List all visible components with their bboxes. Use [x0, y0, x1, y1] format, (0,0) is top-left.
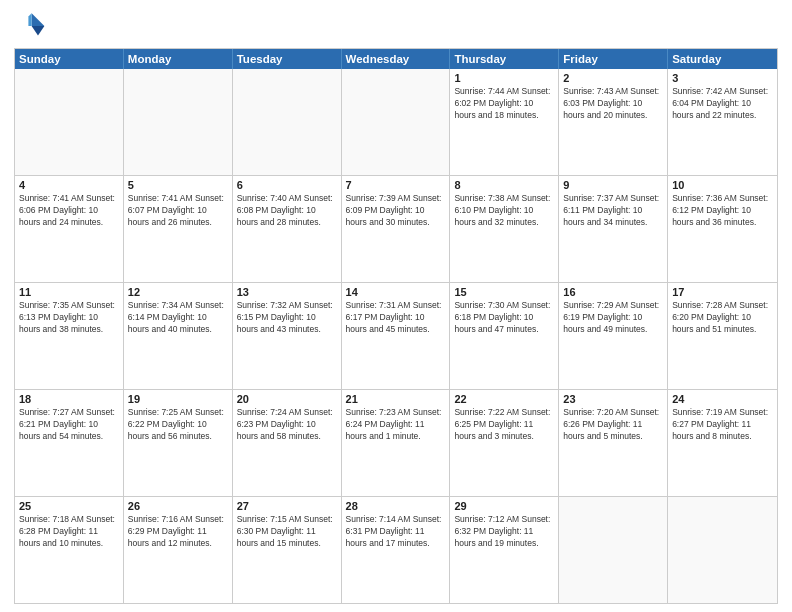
cell-date-number: 13: [237, 286, 337, 298]
calendar-cell-13: 13Sunrise: 7:32 AM Sunset: 6:15 PM Dayli…: [233, 283, 342, 389]
svg-marker-2: [28, 13, 31, 26]
cell-info-text: Sunrise: 7:41 AM Sunset: 6:07 PM Dayligh…: [128, 193, 228, 229]
cell-date-number: 2: [563, 72, 663, 84]
calendar-cell-23: 23Sunrise: 7:20 AM Sunset: 6:26 PM Dayli…: [559, 390, 668, 496]
cell-info-text: Sunrise: 7:39 AM Sunset: 6:09 PM Dayligh…: [346, 193, 446, 229]
cell-date-number: 10: [672, 179, 773, 191]
calendar-cell-25: 25Sunrise: 7:18 AM Sunset: 6:28 PM Dayli…: [15, 497, 124, 603]
calendar-cell-empty-4-5: [559, 497, 668, 603]
calendar-cell-29: 29Sunrise: 7:12 AM Sunset: 6:32 PM Dayli…: [450, 497, 559, 603]
cell-date-number: 21: [346, 393, 446, 405]
header-day-thursday: Thursday: [450, 49, 559, 69]
calendar-row-0: 1Sunrise: 7:44 AM Sunset: 6:02 PM Daylig…: [15, 69, 777, 175]
calendar-row-3: 18Sunrise: 7:27 AM Sunset: 6:21 PM Dayli…: [15, 389, 777, 496]
calendar-cell-7: 7Sunrise: 7:39 AM Sunset: 6:09 PM Daylig…: [342, 176, 451, 282]
calendar-cell-9: 9Sunrise: 7:37 AM Sunset: 6:11 PM Daylig…: [559, 176, 668, 282]
calendar-row-4: 25Sunrise: 7:18 AM Sunset: 6:28 PM Dayli…: [15, 496, 777, 603]
cell-date-number: 1: [454, 72, 554, 84]
logo-icon: [14, 10, 46, 42]
cell-info-text: Sunrise: 7:38 AM Sunset: 6:10 PM Dayligh…: [454, 193, 554, 229]
calendar-cell-20: 20Sunrise: 7:24 AM Sunset: 6:23 PM Dayli…: [233, 390, 342, 496]
cell-date-number: 12: [128, 286, 228, 298]
cell-info-text: Sunrise: 7:29 AM Sunset: 6:19 PM Dayligh…: [563, 300, 663, 336]
cell-date-number: 11: [19, 286, 119, 298]
cell-date-number: 5: [128, 179, 228, 191]
calendar-cell-28: 28Sunrise: 7:14 AM Sunset: 6:31 PM Dayli…: [342, 497, 451, 603]
cell-info-text: Sunrise: 7:34 AM Sunset: 6:14 PM Dayligh…: [128, 300, 228, 336]
calendar-cell-empty-0-2: [233, 69, 342, 175]
cell-date-number: 15: [454, 286, 554, 298]
cell-date-number: 3: [672, 72, 773, 84]
calendar-cell-15: 15Sunrise: 7:30 AM Sunset: 6:18 PM Dayli…: [450, 283, 559, 389]
cell-info-text: Sunrise: 7:12 AM Sunset: 6:32 PM Dayligh…: [454, 514, 554, 550]
cell-info-text: Sunrise: 7:42 AM Sunset: 6:04 PM Dayligh…: [672, 86, 773, 122]
cell-info-text: Sunrise: 7:41 AM Sunset: 6:06 PM Dayligh…: [19, 193, 119, 229]
calendar-row-1: 4Sunrise: 7:41 AM Sunset: 6:06 PM Daylig…: [15, 175, 777, 282]
calendar-cell-empty-0-3: [342, 69, 451, 175]
cell-info-text: Sunrise: 7:23 AM Sunset: 6:24 PM Dayligh…: [346, 407, 446, 443]
cell-date-number: 24: [672, 393, 773, 405]
cell-date-number: 18: [19, 393, 119, 405]
calendar-cell-11: 11Sunrise: 7:35 AM Sunset: 6:13 PM Dayli…: [15, 283, 124, 389]
cell-date-number: 17: [672, 286, 773, 298]
calendar-cell-4: 4Sunrise: 7:41 AM Sunset: 6:06 PM Daylig…: [15, 176, 124, 282]
calendar-cell-18: 18Sunrise: 7:27 AM Sunset: 6:21 PM Dayli…: [15, 390, 124, 496]
cell-date-number: 20: [237, 393, 337, 405]
header-day-saturday: Saturday: [668, 49, 777, 69]
cell-date-number: 19: [128, 393, 228, 405]
calendar-cell-3: 3Sunrise: 7:42 AM Sunset: 6:04 PM Daylig…: [668, 69, 777, 175]
cell-info-text: Sunrise: 7:19 AM Sunset: 6:27 PM Dayligh…: [672, 407, 773, 443]
cell-date-number: 8: [454, 179, 554, 191]
cell-info-text: Sunrise: 7:35 AM Sunset: 6:13 PM Dayligh…: [19, 300, 119, 336]
cell-date-number: 26: [128, 500, 228, 512]
page: SundayMondayTuesdayWednesdayThursdayFrid…: [0, 0, 792, 612]
calendar-cell-10: 10Sunrise: 7:36 AM Sunset: 6:12 PM Dayli…: [668, 176, 777, 282]
calendar-body: 1Sunrise: 7:44 AM Sunset: 6:02 PM Daylig…: [15, 69, 777, 603]
cell-info-text: Sunrise: 7:24 AM Sunset: 6:23 PM Dayligh…: [237, 407, 337, 443]
cell-info-text: Sunrise: 7:44 AM Sunset: 6:02 PM Dayligh…: [454, 86, 554, 122]
logo: [14, 10, 50, 42]
calendar-cell-17: 17Sunrise: 7:28 AM Sunset: 6:20 PM Dayli…: [668, 283, 777, 389]
cell-info-text: Sunrise: 7:14 AM Sunset: 6:31 PM Dayligh…: [346, 514, 446, 550]
calendar-cell-14: 14Sunrise: 7:31 AM Sunset: 6:17 PM Dayli…: [342, 283, 451, 389]
calendar-cell-27: 27Sunrise: 7:15 AM Sunset: 6:30 PM Dayli…: [233, 497, 342, 603]
cell-date-number: 9: [563, 179, 663, 191]
cell-info-text: Sunrise: 7:31 AM Sunset: 6:17 PM Dayligh…: [346, 300, 446, 336]
cell-date-number: 6: [237, 179, 337, 191]
header-day-monday: Monday: [124, 49, 233, 69]
calendar-cell-21: 21Sunrise: 7:23 AM Sunset: 6:24 PM Dayli…: [342, 390, 451, 496]
cell-date-number: 28: [346, 500, 446, 512]
calendar-cell-16: 16Sunrise: 7:29 AM Sunset: 6:19 PM Dayli…: [559, 283, 668, 389]
cell-date-number: 27: [237, 500, 337, 512]
cell-info-text: Sunrise: 7:25 AM Sunset: 6:22 PM Dayligh…: [128, 407, 228, 443]
header-day-sunday: Sunday: [15, 49, 124, 69]
calendar-cell-empty-4-6: [668, 497, 777, 603]
cell-info-text: Sunrise: 7:43 AM Sunset: 6:03 PM Dayligh…: [563, 86, 663, 122]
calendar-header: SundayMondayTuesdayWednesdayThursdayFrid…: [15, 49, 777, 69]
calendar-cell-8: 8Sunrise: 7:38 AM Sunset: 6:10 PM Daylig…: [450, 176, 559, 282]
cell-date-number: 23: [563, 393, 663, 405]
cell-info-text: Sunrise: 7:20 AM Sunset: 6:26 PM Dayligh…: [563, 407, 663, 443]
header-day-friday: Friday: [559, 49, 668, 69]
cell-date-number: 22: [454, 393, 554, 405]
calendar-cell-5: 5Sunrise: 7:41 AM Sunset: 6:07 PM Daylig…: [124, 176, 233, 282]
calendar-row-2: 11Sunrise: 7:35 AM Sunset: 6:13 PM Dayli…: [15, 282, 777, 389]
cell-date-number: 25: [19, 500, 119, 512]
cell-date-number: 29: [454, 500, 554, 512]
cell-info-text: Sunrise: 7:36 AM Sunset: 6:12 PM Dayligh…: [672, 193, 773, 229]
header: [14, 10, 778, 42]
calendar-cell-12: 12Sunrise: 7:34 AM Sunset: 6:14 PM Dayli…: [124, 283, 233, 389]
calendar: SundayMondayTuesdayWednesdayThursdayFrid…: [14, 48, 778, 604]
calendar-cell-6: 6Sunrise: 7:40 AM Sunset: 6:08 PM Daylig…: [233, 176, 342, 282]
cell-info-text: Sunrise: 7:16 AM Sunset: 6:29 PM Dayligh…: [128, 514, 228, 550]
header-day-tuesday: Tuesday: [233, 49, 342, 69]
cell-date-number: 4: [19, 179, 119, 191]
calendar-cell-1: 1Sunrise: 7:44 AM Sunset: 6:02 PM Daylig…: [450, 69, 559, 175]
cell-info-text: Sunrise: 7:22 AM Sunset: 6:25 PM Dayligh…: [454, 407, 554, 443]
cell-date-number: 16: [563, 286, 663, 298]
header-day-wednesday: Wednesday: [342, 49, 451, 69]
calendar-cell-2: 2Sunrise: 7:43 AM Sunset: 6:03 PM Daylig…: [559, 69, 668, 175]
calendar-cell-22: 22Sunrise: 7:22 AM Sunset: 6:25 PM Dayli…: [450, 390, 559, 496]
cell-info-text: Sunrise: 7:40 AM Sunset: 6:08 PM Dayligh…: [237, 193, 337, 229]
cell-info-text: Sunrise: 7:30 AM Sunset: 6:18 PM Dayligh…: [454, 300, 554, 336]
